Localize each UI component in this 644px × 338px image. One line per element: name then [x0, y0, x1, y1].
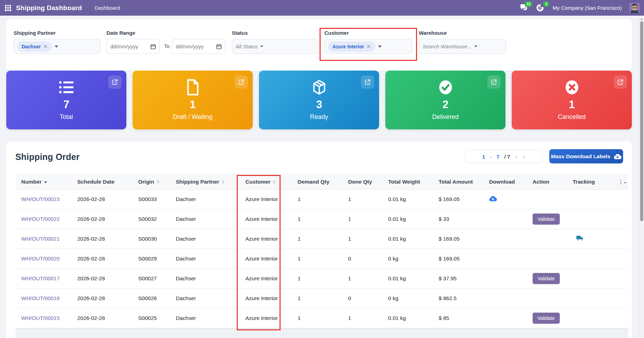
chevron-down-icon[interactable]	[378, 46, 382, 48]
cell-schedule-date: 2026-02-28	[73, 256, 134, 262]
remove-tag-icon[interactable]: ✕	[367, 43, 371, 50]
cell-demand-qty: 1	[293, 216, 344, 222]
col-header-total-weight[interactable]: Total Weight	[384, 179, 434, 185]
col-header-schedule-date[interactable]: Schedule Date	[73, 179, 134, 185]
apps-grid-icon[interactable]	[5, 5, 11, 11]
shipping-order-panel: Shipping Order 1 - 7 / 7 ‹ › Mass Downlo…	[6, 142, 632, 338]
status-select[interactable]: All Status	[232, 39, 319, 54]
page-end[interactable]: 7	[496, 154, 499, 160]
remove-tag-icon[interactable]: ✕	[43, 43, 48, 50]
mass-download-labels-button[interactable]: Mass Download Labels	[549, 149, 623, 163]
table-row: WH/OUT/00017 2026-02-28 S00027 Dachser A…	[16, 269, 628, 289]
cell-demand-qty: 1	[293, 256, 344, 262]
external-link-icon[interactable]	[235, 75, 248, 89]
page-start[interactable]: 1	[482, 154, 485, 160]
cloud-download-icon	[614, 153, 621, 160]
shipping-partner-select[interactable]: Dachser ✕	[14, 39, 101, 54]
pagination: 1 - 7 / 7 ‹ ›	[465, 150, 542, 163]
cell-schedule-date: 2026-02-28	[73, 315, 134, 321]
chevron-down-icon[interactable]	[260, 46, 263, 47]
card-ready-label: Ready	[259, 113, 379, 121]
col-header-demand-qty[interactable]: Demand Qty	[293, 179, 344, 185]
card-cancelled[interactable]: 1 Cancelled	[512, 71, 632, 129]
download-label-icon[interactable]	[489, 195, 497, 202]
validate-button[interactable]: Validate	[533, 214, 560, 225]
table-row: WH/OUT/00020 2026-02-28 S00029 Dachser A…	[16, 249, 628, 269]
page-scrollbar[interactable]: ▲	[639, 16, 644, 338]
card-ready[interactable]: 3 Ready	[259, 71, 379, 129]
calendar-icon[interactable]	[150, 44, 156, 49]
col-header-download: Download	[485, 179, 528, 185]
chevron-down-icon[interactable]	[474, 46, 477, 47]
external-link-icon[interactable]	[108, 75, 121, 89]
cell-customer: Azure Interior	[241, 196, 293, 202]
col-header-done-qty[interactable]: Done Qty	[344, 179, 384, 185]
activity-clock-icon	[536, 4, 544, 12]
customer-tag[interactable]: Azure Interior ✕	[328, 42, 375, 51]
col-header-total-amount[interactable]: Total Amount	[434, 179, 485, 185]
company-switcher[interactable]: My Company (San Francisco)	[553, 5, 622, 11]
external-link-icon[interactable]	[361, 75, 374, 89]
cell-total-weight: 0.01 kg	[384, 216, 434, 222]
scrollbar-thumb[interactable]	[640, 21, 643, 221]
table-row: WH/OUT/00023 2026-02-28 S00033 Dachser A…	[16, 190, 628, 209]
page-title: Shipping Order	[15, 152, 80, 162]
chevron-down-icon[interactable]	[55, 46, 58, 48]
user-avatar[interactable]	[629, 3, 640, 13]
date-from-box[interactable]	[107, 39, 160, 54]
cell-total-weight: 0.01 kg	[384, 196, 434, 202]
external-link-icon[interactable]	[487, 75, 501, 89]
col-header-number[interactable]: Number	[16, 179, 73, 185]
col-header-origin[interactable]: Origin	[134, 179, 172, 185]
scrollbar-up-arrow-icon[interactable]: ▲	[639, 16, 644, 21]
cell-demand-qty: 1	[293, 196, 344, 202]
col-header-customer[interactable]: Customer	[241, 179, 293, 185]
cell-origin: S00027	[134, 275, 172, 282]
order-number-link[interactable]: WH/OUT/00017	[21, 275, 60, 281]
warehouse-label: Warehouse	[419, 30, 447, 36]
chevron-right-icon[interactable]: ›	[523, 153, 526, 160]
cell-demand-qty: 1	[293, 275, 344, 282]
cell-schedule-date: 2026-02-28	[73, 236, 134, 242]
date-from-input[interactable]	[110, 43, 147, 49]
validate-button[interactable]: Validate	[533, 313, 560, 324]
column-options-icon[interactable]: ⋮	[614, 179, 628, 185]
order-number-link[interactable]: WH/OUT/00020	[21, 256, 60, 261]
filters-panel: Shipping Partner Dachser ✕ Date Range To…	[6, 19, 632, 71]
nav-menu-dashboard[interactable]: Dashboard	[92, 1, 122, 15]
col-header-shipping-partner[interactable]: Shipping Partner	[172, 179, 241, 185]
cell-total-amount: $ 862.5	[434, 295, 485, 301]
date-to-input[interactable]	[176, 43, 212, 49]
order-number-link[interactable]: WH/OUT/00016	[21, 295, 60, 301]
tracking-truck-icon[interactable]	[576, 235, 584, 241]
order-number-link[interactable]: WH/OUT/00022	[21, 216, 60, 222]
warehouse-search[interactable]: Search Warehouse...	[419, 39, 506, 54]
messages-badge: 11	[525, 1, 533, 7]
order-number-link[interactable]: WH/OUT/00023	[21, 196, 60, 202]
card-delivered[interactable]: 2 Delivered	[385, 71, 505, 129]
external-link-icon[interactable]	[614, 75, 627, 89]
cell-origin: S00029	[134, 256, 172, 262]
date-to-box[interactable]	[172, 39, 226, 54]
order-number-link[interactable]: WH/OUT/00015	[21, 315, 60, 321]
sort-icon	[222, 180, 225, 184]
cell-total-amount: $ 37.95	[434, 275, 485, 282]
customer-select[interactable]: Azure Interior ✕	[324, 39, 412, 54]
card-draft-waiting[interactable]: 1 Draft / Waiting	[133, 71, 253, 129]
cell-done-qty: 1	[344, 315, 384, 321]
card-total[interactable]: 7 Total	[6, 71, 126, 129]
calendar-icon[interactable]	[216, 44, 222, 49]
shipping-partner-tag[interactable]: Dachser ✕	[17, 42, 52, 51]
chevron-left-icon[interactable]: ‹	[515, 153, 518, 160]
messages-icon[interactable]: 11	[519, 4, 528, 12]
activities-icon[interactable]: 2	[536, 4, 545, 12]
cell-total-amount: $ 33	[434, 216, 485, 222]
validate-button[interactable]: Validate	[533, 273, 560, 284]
orders-table: Number Schedule Date Origin Shipping Par…	[16, 174, 628, 328]
order-number-link[interactable]: WH/OUT/00021	[21, 236, 60, 242]
table-row: WH/OUT/00016 2026-02-28 S00026 Dachser A…	[16, 289, 628, 308]
card-delivered-value: 2	[385, 99, 505, 110]
card-cancelled-value: 1	[512, 99, 632, 110]
cell-total-weight: 0.01 kg	[384, 315, 434, 321]
cell-customer: Azure Interior	[241, 236, 293, 242]
